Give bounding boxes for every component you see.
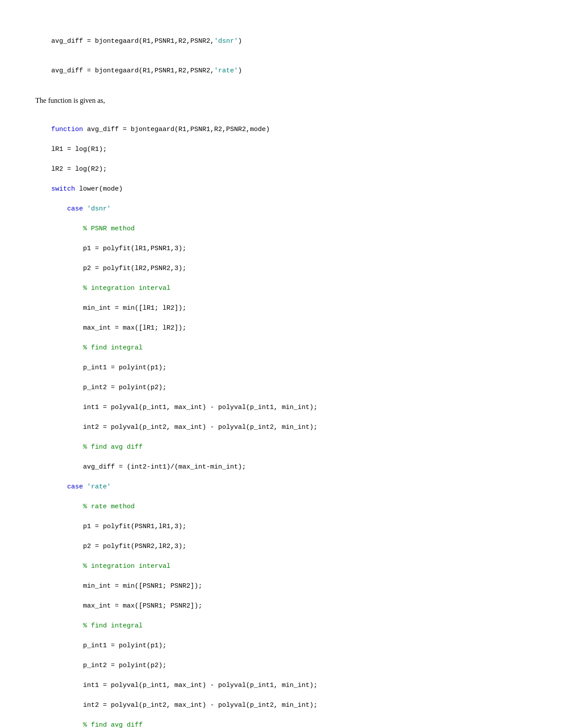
code-line-int1-rate: int1 = polyval(p_int1, max_int) - polyva… xyxy=(51,682,317,689)
code-line-lr2: lR2 = log(R2); xyxy=(51,165,107,173)
code-line-case-rate: case 'rate' xyxy=(51,483,111,491)
code-comment-find-avg-1: % find avg diff xyxy=(51,443,143,451)
code-comment-rate-method: % rate method xyxy=(51,503,135,510)
prose-text-1: The function is given as, xyxy=(35,95,528,106)
code-line-p2-dsnr: p2 = polyfit(lR2,PSNR2,3); xyxy=(51,265,186,272)
code-line-switch: switch lower(mode) xyxy=(51,185,123,193)
code-line-int2-dsnr: int2 = polyval(p_int2, max_int) - polyva… xyxy=(51,424,317,431)
code-line-p1-rate: p1 = polyfit(PSNR1,lR1,3); xyxy=(51,523,186,530)
code-line-p2-rate: p2 = polyfit(PSNR2,lR2,3); xyxy=(51,543,186,550)
page-content: avg_diff = bjontegaard(R1,PSNR1,R2,PSNR2… xyxy=(35,26,528,728)
function-code-block: function avg_diff = bjontegaard(R1,PSNR1… xyxy=(35,115,528,728)
code-comment-find-integral-1: % find integral xyxy=(51,344,143,352)
code-line-lr1: lR1 = log(R1); xyxy=(51,146,107,153)
code-line-min-int-dsnr: min_int = min([lR1; lR2]); xyxy=(51,304,186,312)
code-line-int1-dsnr: int1 = polyval(p_int1, max_int) - polyva… xyxy=(51,404,317,411)
code-line-max-int-dsnr: max_int = max([lR1; lR2]); xyxy=(51,324,186,332)
code-comment-find-integral-2: % find integral xyxy=(51,622,143,630)
code-line-min-int-rate: min_int = min([PSNR1; PSNR2]); xyxy=(51,582,202,590)
code-line-p-int2-rate: p_int2 = polyint(p2); xyxy=(51,662,166,669)
code-line-avg-diff-dsnr: avg_diff = (int2-int1)/(max_int-min_int)… xyxy=(51,463,246,471)
code-line-int2-rate: int2 = polyval(p_int2, max_int) - polyva… xyxy=(51,702,317,709)
intro-code-block: avg_diff = bjontegaard(R1,PSNR1,R2,PSNR2… xyxy=(35,26,528,86)
code-line-case-dsnr: case 'dsnr' xyxy=(51,205,111,213)
code-comment-int-interval-1: % integration interval xyxy=(51,285,170,292)
code-comment-int-interval-2: % integration interval xyxy=(51,563,170,570)
code-line-function: function avg_diff = bjontegaard(R1,PSNR1… xyxy=(51,126,270,133)
intro-line1: avg_diff = bjontegaard(R1,PSNR1,R2,PSNR2… xyxy=(51,38,242,45)
code-line-p1-dsnr: p1 = polyfit(lR1,PSNR1,3); xyxy=(51,245,186,252)
intro-line2: avg_diff = bjontegaard(R1,PSNR1,R2,PSNR2… xyxy=(51,67,242,75)
code-line-p-int1-rate: p_int1 = polyint(p1); xyxy=(51,642,166,649)
code-line-p-int2-dsnr: p_int2 = polyint(p2); xyxy=(51,384,166,391)
code-line-p-int1-dsnr: p_int1 = polyint(p1); xyxy=(51,364,166,372)
code-line-max-int-rate: max_int = max([PSNR1; PSNR2]); xyxy=(51,602,202,610)
code-comment-psnr-method: % PSNR method xyxy=(51,225,135,233)
code-comment-find-avg-2: % find avg diff xyxy=(51,721,143,728)
